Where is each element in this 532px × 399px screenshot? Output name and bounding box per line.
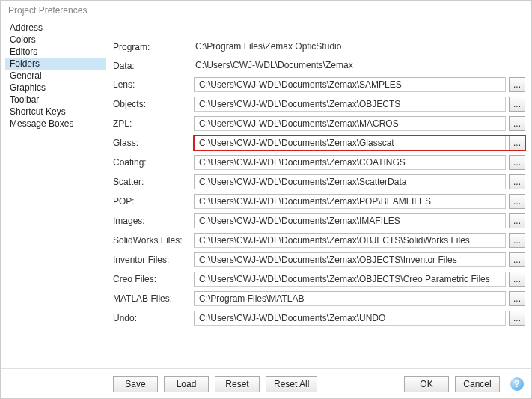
folder-label: Scatter: (113, 177, 194, 187)
folder-label: Objects: (113, 99, 194, 109)
folder-path-input[interactable]: C:\Users\CWJ-WDL\Documents\Zemax\OBJECTS (194, 97, 506, 112)
folder-value-wrap: C:\Users\CWJ-WDL\Documents\Zemax\OBJECTS… (194, 252, 525, 267)
folder-row: Scatter:C:\Users\CWJ-WDL\Documents\Zemax… (113, 174, 525, 189)
folder-path-input[interactable]: C:\Users\CWJ-WDL\Documents\Zemax\Glassca… (194, 135, 506, 150)
folder-label: Glass: (113, 138, 194, 148)
folder-path-input[interactable]: C:\Users\CWJ-WDL\Documents\Zemax\OBJECTS… (194, 272, 506, 287)
folder-row: Coating:C:\Users\CWJ-WDL\Documents\Zemax… (113, 155, 525, 170)
folder-path-input[interactable]: C:\Users\CWJ-WDL\Documents\Zemax\OBJECTS… (194, 252, 506, 267)
browse-button[interactable]: ... (509, 252, 525, 267)
sidebar-item-colors[interactable]: Colors (5, 34, 106, 46)
folder-row: POP:C:\Users\CWJ-WDL\Documents\Zemax\POP… (113, 194, 525, 209)
folder-row: ZPL:C:\Users\CWJ-WDL\Documents\Zemax\MAC… (113, 116, 525, 131)
sidebar-item-address[interactable]: Address (5, 22, 106, 34)
browse-button[interactable]: ... (509, 116, 525, 131)
folder-path-input: C:\Program Files\Zemax OpticStudio (194, 40, 525, 54)
folder-label: Inventor Files: (113, 255, 194, 265)
folder-value-wrap: C:\Users\CWJ-WDL\Documents\Zemax\COATING… (194, 155, 525, 170)
folder-value-wrap: C:\Users\CWJ-WDL\Documents\Zemax\MACROS.… (194, 116, 525, 131)
ok-button[interactable]: OK (404, 376, 449, 392)
folder-path-input[interactable]: C:\Users\CWJ-WDL\Documents\Zemax\IMAFILE… (194, 213, 506, 228)
help-icon[interactable]: ? (510, 377, 524, 391)
folder-path-input[interactable]: C:\Program Files\MATLAB (194, 291, 506, 306)
folder-row: Inventor Files:C:\Users\CWJ-WDL\Document… (113, 252, 525, 267)
folder-value-wrap: C:\Program Files\MATLAB... (194, 291, 525, 306)
folder-label: POP: (113, 196, 194, 207)
folder-label: Images: (113, 216, 194, 226)
folder-row: Data:C:\Users\CWJ-WDL\Documents\Zemax (113, 58, 525, 73)
browse-button[interactable]: ... (509, 135, 525, 150)
folder-label: Creo Files: (113, 274, 194, 284)
sidebar-item-graphics[interactable]: Graphics (5, 82, 106, 94)
folder-row: Objects:C:\Users\CWJ-WDL\Documents\Zemax… (113, 97, 525, 112)
sidebar-item-editors[interactable]: Editors (5, 46, 106, 58)
folder-label: Data: (113, 61, 194, 71)
folder-label: MATLAB Files: (113, 293, 194, 304)
browse-button[interactable]: ... (509, 311, 525, 326)
sidebar: AddressColorsEditorsFoldersGeneralGraphi… (1, 19, 106, 371)
folder-label: Lens: (113, 79, 194, 90)
sidebar-item-message-boxes[interactable]: Message Boxes (5, 118, 106, 130)
folder-label: Program: (113, 42, 194, 52)
folder-row: SolidWorks Files:C:\Users\CWJ-WDL\Docume… (113, 233, 525, 248)
folder-path-input[interactable]: C:\Users\CWJ-WDL\Documents\Zemax\SAMPLES (194, 77, 506, 92)
save-button[interactable]: Save (113, 376, 158, 392)
folder-row: Program:C:\Program Files\Zemax OpticStud… (113, 40, 525, 54)
folder-value-wrap: C:\Users\CWJ-WDL\Documents\Zemax\OBJECTS… (194, 272, 525, 287)
folder-value-wrap: C:\Users\CWJ-WDL\Documents\Zemax\Scatter… (194, 174, 525, 189)
folder-path-input[interactable]: C:\Users\CWJ-WDL\Documents\Zemax\Scatter… (194, 174, 506, 189)
browse-button[interactable]: ... (509, 194, 525, 209)
folder-value-wrap: C:\Users\CWJ-WDL\Documents\Zemax\OBJECTS… (194, 233, 525, 248)
folder-path-input[interactable]: C:\Users\CWJ-WDL\Documents\Zemax\MACROS (194, 116, 506, 131)
folder-row: Lens:C:\Users\CWJ-WDL\Documents\Zemax\SA… (113, 77, 525, 92)
folder-value-wrap: C:\Users\CWJ-WDL\Documents\Zemax\Glassca… (194, 135, 525, 150)
folder-row: Glass:C:\Users\CWJ-WDL\Documents\Zemax\G… (113, 135, 525, 150)
folder-value-wrap: C:\Users\CWJ-WDL\Documents\Zemax\OBJECTS… (194, 97, 525, 112)
folder-value-wrap: C:\Users\CWJ-WDL\Documents\Zemax (194, 58, 525, 73)
reset-button[interactable]: Reset (215, 376, 260, 392)
browse-button[interactable]: ... (509, 97, 525, 112)
load-button[interactable]: Load (164, 376, 209, 392)
folder-value-wrap: C:\Users\CWJ-WDL\Documents\Zemax\SAMPLES… (194, 77, 525, 92)
browse-button[interactable]: ... (509, 272, 525, 287)
sidebar-item-toolbar[interactable]: Toolbar (5, 94, 106, 106)
folders-panel: Program:C:\Program Files\Zemax OpticStud… (106, 19, 531, 371)
window-title: Project Preferences (1, 1, 531, 19)
folder-label: Undo: (113, 313, 194, 323)
browse-button[interactable]: ... (509, 233, 525, 248)
folder-label: SolidWorks Files: (113, 235, 194, 246)
folder-path-input[interactable]: C:\Users\CWJ-WDL\Documents\Zemax\OBJECTS… (194, 233, 506, 248)
folder-row: Images:C:\Users\CWJ-WDL\Documents\Zemax\… (113, 213, 525, 228)
folder-row: Undo:C:\Users\CWJ-WDL\Documents\Zemax\UN… (113, 311, 525, 326)
folder-value-wrap: C:\Users\CWJ-WDL\Documents\Zemax\IMAFILE… (194, 213, 525, 228)
folder-value-wrap: C:\Program Files\Zemax OpticStudio (194, 40, 525, 54)
browse-button[interactable]: ... (509, 174, 525, 189)
footer: Save Load Reset Reset All OK Cancel ? (1, 368, 531, 398)
folder-path-input[interactable]: C:\Users\CWJ-WDL\Documents\Zemax\UNDO (194, 311, 506, 326)
browse-button[interactable]: ... (509, 155, 525, 170)
sidebar-item-folders[interactable]: Folders (5, 58, 106, 70)
browse-button[interactable]: ... (509, 291, 525, 306)
folder-path-input: C:\Users\CWJ-WDL\Documents\Zemax (194, 58, 525, 73)
reset-all-button[interactable]: Reset All (266, 376, 317, 392)
folder-row: Creo Files:C:\Users\CWJ-WDL\Documents\Ze… (113, 272, 525, 287)
folder-value-wrap: C:\Users\CWJ-WDL\Documents\Zemax\UNDO... (194, 311, 525, 326)
folder-value-wrap: C:\Users\CWJ-WDL\Documents\Zemax\POP\BEA… (194, 194, 525, 209)
cancel-button[interactable]: Cancel (455, 376, 500, 392)
sidebar-item-general[interactable]: General (5, 70, 106, 82)
sidebar-item-shortcut-keys[interactable]: Shortcut Keys (5, 106, 106, 118)
folder-row: MATLAB Files:C:\Program Files\MATLAB... (113, 291, 525, 306)
browse-button[interactable]: ... (509, 213, 525, 228)
folder-path-input[interactable]: C:\Users\CWJ-WDL\Documents\Zemax\COATING… (194, 155, 506, 170)
folder-label: ZPL: (113, 118, 194, 129)
folder-path-input[interactable]: C:\Users\CWJ-WDL\Documents\Zemax\POP\BEA… (194, 194, 506, 209)
browse-button[interactable]: ... (509, 77, 525, 92)
folder-label: Coating: (113, 157, 194, 168)
